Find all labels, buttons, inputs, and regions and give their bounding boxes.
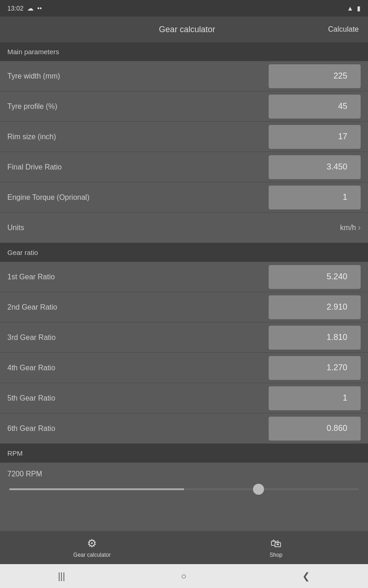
gear-ratio-1-row: 1st Gear Ratio xyxy=(0,262,368,292)
cloud-icon: ☁ xyxy=(27,5,34,12)
tab-shop[interactable]: 🛍 Shop xyxy=(248,537,304,558)
rpm-section: 7200 RPM xyxy=(0,463,368,496)
tyre-width-row: Tyre width (mm) xyxy=(0,61,368,91)
units-selector[interactable]: km/h › xyxy=(340,223,361,232)
gear-icon: ⚙ xyxy=(87,537,97,550)
engine-torque-row: Engine Torque (Oprional) xyxy=(0,182,368,213)
rim-size-row: Rim size (inch) xyxy=(0,122,368,152)
app-title: Gear calculator xyxy=(46,25,328,34)
units-label: Units xyxy=(7,224,24,232)
rim-size-label: Rim size (inch) xyxy=(7,133,56,141)
gear-ratio-5-label: 5th Gear Ratio xyxy=(7,394,55,402)
nav-home-button[interactable]: ○ xyxy=(170,567,197,585)
gear-ratio-5-input[interactable] xyxy=(269,386,361,410)
gear-ratio-4-label: 4th Gear Ratio xyxy=(7,364,55,372)
wifi-icon: ▲ xyxy=(347,5,353,12)
final-drive-ratio-row: Final Drive Ratio xyxy=(0,152,368,182)
android-nav-bar: ||| ○ ❮ xyxy=(0,564,368,588)
rpm-slider[interactable] xyxy=(9,488,359,490)
status-bar-left: 13:02 ☁ •• xyxy=(7,5,42,12)
units-value-text: km/h xyxy=(340,224,356,232)
status-bar: 13:02 ☁ •• ▲ ▮ xyxy=(0,0,368,17)
gear-ratio-2-input[interactable] xyxy=(269,295,361,319)
gear-ratio-2-label: 2nd Gear Ratio xyxy=(7,303,58,311)
gear-ratio-1-label: 1st Gear Ratio xyxy=(7,273,55,281)
gear-ratio-4-input[interactable] xyxy=(269,356,361,380)
rpm-value-display: 7200 RPM xyxy=(7,470,361,478)
gear-ratio-3-label: 3rd Gear Ratio xyxy=(7,334,56,342)
gear-ratio-1-input[interactable] xyxy=(269,265,361,289)
bottom-tab-bar: ⚙ Gear calculator 🛍 Shop xyxy=(0,531,368,564)
rpm-slider-container xyxy=(7,484,361,492)
calculate-button[interactable]: Calculate xyxy=(328,25,359,34)
engine-torque-input[interactable] xyxy=(269,186,361,209)
dots-icon: •• xyxy=(37,5,42,12)
tab-shop-label: Shop xyxy=(270,552,282,558)
tyre-width-input[interactable] xyxy=(269,64,361,88)
final-drive-ratio-label: Final Drive Ratio xyxy=(7,163,62,171)
main-parameters-header: Main parameters xyxy=(0,42,368,61)
status-bar-right: ▲ ▮ xyxy=(347,5,361,12)
tab-gear-calculator[interactable]: ⚙ Gear calculator xyxy=(64,537,120,558)
tyre-profile-row: Tyre profile (%) xyxy=(0,91,368,122)
shop-icon: 🛍 xyxy=(270,537,282,550)
rpm-header: RPM xyxy=(0,444,368,463)
top-bar: Gear calculator Calculate xyxy=(0,17,368,42)
gear-ratio-4-row: 4th Gear Ratio xyxy=(0,353,368,383)
gear-ratio-6-row: 6th Gear Ratio xyxy=(0,413,368,444)
engine-torque-label: Engine Torque (Oprional) xyxy=(7,193,89,202)
gear-ratio-6-input[interactable] xyxy=(269,417,361,441)
tab-gear-calculator-label: Gear calculator xyxy=(73,552,110,558)
gear-ratio-3-input[interactable] xyxy=(269,326,361,350)
gear-ratio-header: Gear ratio xyxy=(0,243,368,262)
rim-size-input[interactable] xyxy=(269,125,361,149)
chevron-right-icon: › xyxy=(358,223,361,232)
units-row[interactable]: Units km/h › xyxy=(0,213,368,243)
gear-ratio-5-row: 5th Gear Ratio xyxy=(0,383,368,413)
gear-ratio-2-row: 2nd Gear Ratio xyxy=(0,292,368,322)
gear-ratio-3-row: 3rd Gear Ratio xyxy=(0,322,368,353)
battery-icon: ▮ xyxy=(357,5,361,12)
final-drive-ratio-input[interactable] xyxy=(269,155,361,179)
nav-back-button[interactable]: ❮ xyxy=(291,567,321,585)
tyre-profile-label: Tyre profile (%) xyxy=(7,102,57,111)
gear-ratio-6-label: 6th Gear Ratio xyxy=(7,424,55,433)
tyre-width-label: Tyre width (mm) xyxy=(7,72,60,80)
nav-recent-button[interactable]: ||| xyxy=(47,567,76,585)
time-display: 13:02 xyxy=(7,5,23,12)
tyre-profile-input[interactable] xyxy=(269,95,361,119)
